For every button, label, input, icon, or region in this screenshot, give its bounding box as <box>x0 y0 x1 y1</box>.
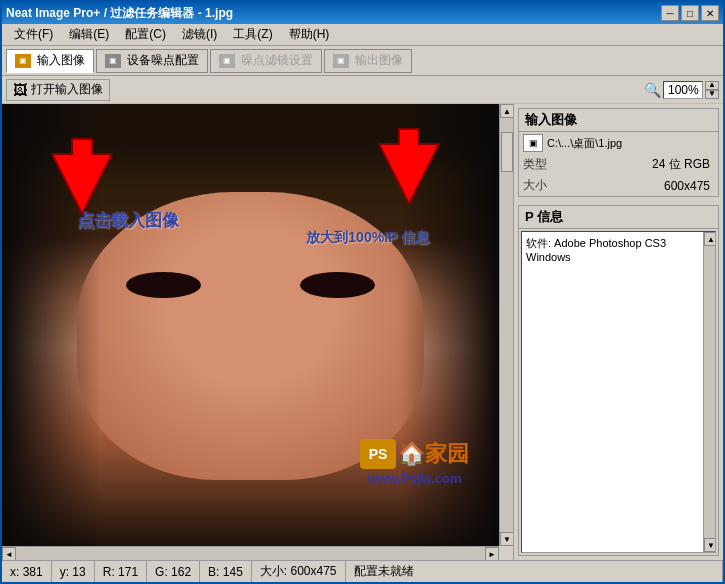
restore-button[interactable]: □ <box>681 5 699 21</box>
zoom-display: 100% ▲ ▼ <box>663 81 719 99</box>
zoom-label: 放大到100%IP 信息 <box>306 229 429 247</box>
watermark-brand: 🏠 家园 <box>398 439 469 469</box>
status-r: R: 171 <box>95 561 147 582</box>
scroll-track-v[interactable] <box>500 118 513 532</box>
file-icon: ▣ <box>523 134 543 152</box>
brand-text: 家园 <box>425 439 469 469</box>
file-row: ▣ C:\...\桌面\1.jpg <box>519 132 718 154</box>
zoom-arrows: ▲ ▼ <box>705 81 719 99</box>
input-image-title: 输入图像 <box>519 109 718 132</box>
tab-noise-filter[interactable]: ▣ 噪点滤镜设置 <box>210 49 322 73</box>
exif-content: 软件: Adobe Photoshop CS3 Windows ▲ ▼ <box>521 231 716 553</box>
menu-edit[interactable]: 编辑(E) <box>61 24 117 45</box>
tab-input-label: 输入图像 <box>37 52 85 69</box>
vertical-scrollbar[interactable]: ▲ ▼ <box>499 104 513 546</box>
title-buttons: ─ □ ✕ <box>661 5 719 21</box>
menu-help[interactable]: 帮助(H) <box>281 24 338 45</box>
exif-title: P 信息 <box>519 206 718 229</box>
input-image-section: 输入图像 ▣ C:\...\桌面\1.jpg 类型 24 位 RGB 大小 60… <box>518 108 719 197</box>
click-label: 点击载入图像 <box>77 209 179 232</box>
tab-output-label: 输出图像 <box>355 52 403 69</box>
secondary-toolbar: 🖼 打开输入图像 🔍 100% ▲ ▼ <box>2 76 723 104</box>
type-value: 24 位 RGB <box>563 156 714 173</box>
scroll-down-button[interactable]: ▼ <box>500 532 513 546</box>
open-icon: 🖼 <box>13 82 27 98</box>
horizontal-scrollbar[interactable]: ◄ ► <box>2 546 499 560</box>
tab-icon-device: ▣ <box>105 54 121 68</box>
tab-input-image[interactable]: ▣ 输入图像 <box>6 49 94 73</box>
menu-config[interactable]: 配置(C) <box>117 24 174 45</box>
exif-scroll-down[interactable]: ▼ <box>704 538 716 552</box>
main-content: 点击载入图像 放大到100%IP 信息 PS 🏠 家园 www.Psjia.co <box>2 104 723 560</box>
exif-text: 软件: Adobe Photoshop CS3 Windows <box>526 236 711 263</box>
menu-tools[interactable]: 工具(Z) <box>225 24 280 45</box>
menu-filter[interactable]: 滤镜(I) <box>174 24 225 45</box>
tab-icon-input: ▣ <box>15 54 31 68</box>
status-g: G: 162 <box>147 561 200 582</box>
title-bar: Neat Image Pro+ / 过滤任务编辑器 - 1.jpg ─ □ ✕ <box>2 2 723 24</box>
menu-bar: 文件(F) 编辑(E) 配置(C) 滤镜(I) 工具(Z) 帮助(H) <box>2 24 723 46</box>
zoom-control: 🔍 100% ▲ ▼ <box>644 81 719 99</box>
watermark: PS 🏠 家园 www.Psjia.com <box>360 439 469 486</box>
watermark-url: www.Psjia.com <box>367 471 461 486</box>
tab-toolbar: ▣ 输入图像 ▣ 设备噪点配置 ▣ 噪点滤镜设置 ▣ 输出图像 <box>2 46 723 76</box>
tab-output-image[interactable]: ▣ 输出图像 <box>324 49 412 73</box>
tab-device-config[interactable]: ▣ 设备噪点配置 <box>96 49 208 73</box>
exif-scrollbar[interactable]: ▲ ▼ <box>703 232 715 552</box>
type-row: 类型 24 位 RGB <box>519 154 718 175</box>
status-size: 大小: 600x475 <box>252 561 346 582</box>
right-panel: 输入图像 ▣ C:\...\桌面\1.jpg 类型 24 位 RGB 大小 60… <box>513 104 723 560</box>
file-path: C:\...\桌面\1.jpg <box>547 136 714 151</box>
open-input-label: 打开输入图像 <box>31 81 103 98</box>
size-row: 大小 600x475 <box>519 175 718 196</box>
zoom-value: 100% <box>663 81 703 99</box>
zoom-down[interactable]: ▼ <box>705 90 719 99</box>
house-icon: 🏠 <box>398 441 425 467</box>
status-bar: x: 381 y: 13 R: 171 G: 162 B: 145 大小: 60… <box>2 560 723 582</box>
watermark-logo: PS 🏠 家园 <box>360 439 469 469</box>
main-window: Neat Image Pro+ / 过滤任务编辑器 - 1.jpg ─ □ ✕ … <box>0 0 725 584</box>
type-label: 类型 <box>523 156 563 173</box>
status-x: x: 381 <box>2 561 52 582</box>
tab-icon-noise: ▣ <box>219 54 235 68</box>
arrow-right <box>369 124 449 217</box>
magnifier-icon: 🔍 <box>644 82 661 98</box>
scroll-right-button[interactable]: ► <box>485 547 499 560</box>
brand-row: 🏠 家园 <box>398 439 469 469</box>
tab-icon-output: ▣ <box>333 54 349 68</box>
image-area[interactable]: 点击载入图像 放大到100%IP 信息 PS 🏠 家园 www.Psjia.co <box>2 104 513 560</box>
scroll-left-button[interactable]: ◄ <box>2 547 16 560</box>
svg-marker-1 <box>379 129 439 204</box>
size-value: 600x475 <box>563 179 714 193</box>
scroll-thumb-v[interactable] <box>501 132 513 172</box>
menu-file[interactable]: 文件(F) <box>6 24 61 45</box>
close-button[interactable]: ✕ <box>701 5 719 21</box>
exif-scroll-up[interactable]: ▲ <box>704 232 716 246</box>
size-label: 大小 <box>523 177 563 194</box>
ps-icon: PS <box>360 439 396 469</box>
status-y: y: 13 <box>52 561 95 582</box>
scroll-up-button[interactable]: ▲ <box>500 104 513 118</box>
tab-device-label: 设备噪点配置 <box>127 52 199 69</box>
scroll-track-h[interactable] <box>16 547 485 560</box>
image-canvas: 点击载入图像 放大到100%IP 信息 PS 🏠 家园 www.Psjia.co <box>2 104 499 546</box>
tab-noise-label: 噪点滤镜设置 <box>241 52 313 69</box>
window-title: Neat Image Pro+ / 过滤任务编辑器 - 1.jpg <box>6 5 233 22</box>
minimize-button[interactable]: ─ <box>661 5 679 21</box>
status-b: B: 145 <box>200 561 252 582</box>
exif-scroll-track[interactable] <box>704 246 715 538</box>
open-input-button[interactable]: 🖼 打开输入图像 <box>6 79 110 101</box>
svg-marker-0 <box>52 139 112 214</box>
scroll-corner <box>499 546 513 560</box>
exif-section: P 信息 软件: Adobe Photoshop CS3 Windows ▲ ▼ <box>518 205 719 556</box>
status-text: 配置未就绪 <box>346 561 723 582</box>
